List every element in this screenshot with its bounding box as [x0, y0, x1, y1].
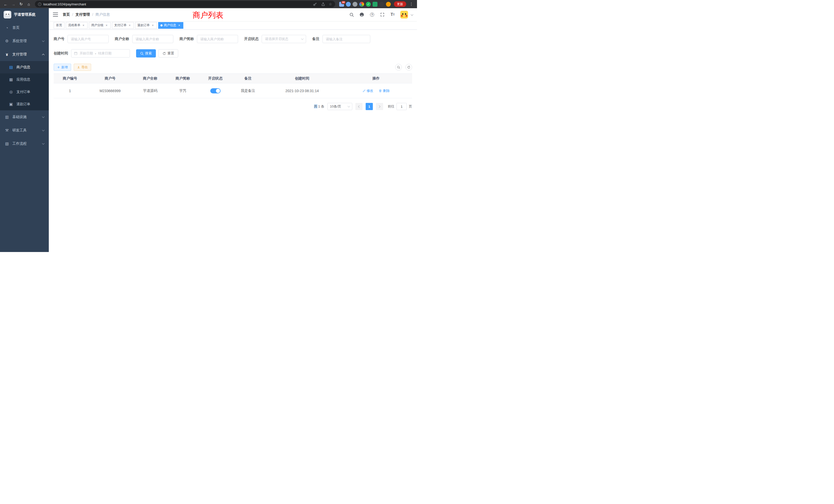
credit-card-icon: ▤ — [9, 65, 13, 70]
dashboard-icon: ◔ — [5, 26, 9, 30]
browser-menu-icon[interactable]: ⋮ — [408, 1, 415, 8]
breadcrumb-home[interactable]: 首页 — [63, 12, 70, 17]
cell-merchant-id: 1 — [54, 84, 86, 98]
close-icon[interactable]: × — [177, 24, 181, 27]
chevron-down-icon — [301, 38, 304, 40]
delete-link[interactable]: 删除 — [379, 89, 390, 93]
status-select[interactable]: 请选择开启状态 — [262, 35, 306, 43]
reset-button[interactable]: 重置 — [158, 49, 178, 58]
extension-icon[interactable] — [353, 2, 357, 7]
tools-icon: ⚒ — [5, 128, 9, 133]
next-page-button[interactable] — [376, 103, 383, 110]
password-key-icon[interactable] — [312, 2, 317, 7]
reload-icon[interactable]: ↻ — [18, 1, 25, 8]
extension-icon[interactable] — [346, 2, 351, 7]
cell-create-time: 2021-10-23 08:31:14 — [264, 84, 340, 98]
user-avatar[interactable] — [400, 11, 408, 19]
share-icon[interactable] — [321, 2, 326, 7]
tab-process-form[interactable]: 流程表单 × — [66, 22, 88, 29]
page-1-button[interactable]: 1 — [366, 103, 373, 110]
full-name-input[interactable] — [132, 35, 173, 43]
merchant-no-label: 商户号 — [54, 37, 64, 41]
logo[interactable]: 芋道管理系统 — [0, 8, 49, 21]
sidebar-item-pay-order[interactable]: ◎ 支付订单 — [0, 86, 49, 98]
chevron-down-icon — [42, 129, 45, 131]
start-date-placeholder: 开始日期 — [80, 51, 93, 56]
sidebar-item-refund-order[interactable]: ▣ 退款订单 — [0, 98, 49, 110]
chevron-down-icon — [42, 39, 45, 42]
font-size-icon[interactable]: TT — [390, 12, 395, 17]
close-icon[interactable]: × — [128, 24, 131, 27]
remark-input[interactable] — [323, 35, 370, 43]
chevron-left-icon — [358, 105, 361, 108]
edit-link[interactable]: 修改 — [363, 89, 373, 93]
col-merchant-no: 商户号 — [86, 74, 134, 84]
tab-refund-order[interactable]: 退款订单 × — [135, 22, 157, 29]
goto-page-input[interactable] — [396, 103, 407, 110]
chevron-down-icon — [348, 105, 350, 108]
total-count: 共 1 条 — [314, 104, 324, 109]
close-icon[interactable]: × — [82, 24, 85, 27]
sidebar-item-devtools[interactable]: ⚒ 研发工具 — [0, 124, 49, 137]
show-search-toggle-icon[interactable] — [395, 64, 402, 71]
short-name-input[interactable] — [197, 35, 238, 43]
home-icon[interactable]: ⌂ — [25, 1, 32, 8]
document-icon: ▣ — [9, 102, 13, 107]
create-time-range-picker[interactable]: 开始日期 - 结束日期 — [71, 49, 130, 58]
bookmark-star-icon[interactable]: ☆ — [329, 2, 332, 6]
add-button[interactable]: 新增 — [54, 64, 71, 71]
tab-home[interactable]: 首页 — [54, 22, 64, 29]
sidebar-item-infra[interactable]: ▥ 基础设施 — [0, 110, 49, 124]
chevron-up-icon — [42, 54, 45, 56]
sidebar-item-pay[interactable]: ¥ 支付管理 — [0, 48, 49, 61]
site-info-icon[interactable]: i — [38, 3, 41, 6]
extension-icon[interactable] — [366, 2, 371, 7]
close-icon[interactable]: × — [105, 24, 108, 27]
export-button[interactable]: 导出 — [74, 64, 91, 71]
sidebar-toggle-icon[interactable] — [53, 13, 58, 17]
tab-user-group[interactable]: 用户分组 × — [89, 22, 111, 29]
sidebar-item-home[interactable]: ◔ 首页 — [0, 21, 49, 35]
cell-full-name: 芋道源码 — [134, 84, 167, 98]
merchant-no-input[interactable] — [68, 35, 109, 43]
browser-update-button[interactable]: 更新 — [394, 1, 406, 7]
pagination: 共 1 条 10条/页 1 前往 页 — [54, 103, 412, 110]
calendar-icon — [74, 51, 78, 55]
tab-merchant-info[interactable]: 商户信息 × — [158, 22, 183, 29]
avatar-caret-icon[interactable] — [411, 13, 413, 16]
create-time-label: 创建时间 — [54, 51, 68, 56]
extension-icon[interactable]: 10 — [339, 2, 344, 7]
extension-icon[interactable] — [379, 2, 384, 7]
prev-page-button[interactable] — [355, 103, 363, 110]
sidebar: 芋道管理系统 ◔ 首页 ⚙ 系统管理 ¥ 支付管理 ▤ 商户信息 ▦ 应用信息 — [0, 8, 49, 252]
sidebar-item-app-info[interactable]: ▦ 应用信息 — [0, 73, 49, 86]
target-icon: ◎ — [9, 90, 13, 94]
breadcrumb: 首页 / 支付管理 / 商户信息 — [63, 12, 110, 17]
col-short-name: 商户简称 — [167, 74, 199, 84]
page-size-select[interactable]: 10条/页 — [327, 103, 352, 110]
breadcrumb-pay[interactable]: 支付管理 — [75, 12, 90, 17]
profile-avatar-icon[interactable] — [386, 2, 391, 7]
back-icon[interactable]: ← — [2, 1, 9, 8]
sidebar-item-merchant-info[interactable]: ▤ 商户信息 — [0, 61, 49, 73]
extension-icon[interactable] — [359, 2, 364, 7]
search-icon[interactable] — [349, 12, 354, 17]
trash-icon — [379, 89, 382, 92]
sidebar-item-workflow[interactable]: ▧ 工作流程 — [0, 137, 49, 151]
sidebar-item-system[interactable]: ⚙ 系统管理 — [0, 35, 49, 48]
tab-pay-order[interactable]: 支付订单 × — [112, 22, 134, 29]
status-toggle[interactable] — [210, 88, 221, 93]
top-navbar: 首页 / 支付管理 / 商户信息 商户列表 ? TT — [49, 8, 417, 21]
refresh-icon — [162, 52, 166, 55]
github-icon[interactable] — [359, 12, 364, 17]
fullscreen-icon[interactable] — [380, 12, 385, 17]
search-icon — [140, 52, 144, 55]
help-icon[interactable]: ? — [370, 12, 375, 17]
address-bar[interactable]: i localhost:1024/pay/merchant ☆ — [35, 1, 335, 7]
forward-icon[interactable]: → — [10, 1, 17, 8]
extension-icon[interactable] — [373, 2, 377, 7]
search-button[interactable]: 搜索 — [136, 49, 156, 58]
close-icon[interactable]: × — [151, 24, 155, 27]
refresh-table-icon[interactable] — [405, 64, 412, 71]
gear-icon: ⚙ — [5, 39, 9, 43]
